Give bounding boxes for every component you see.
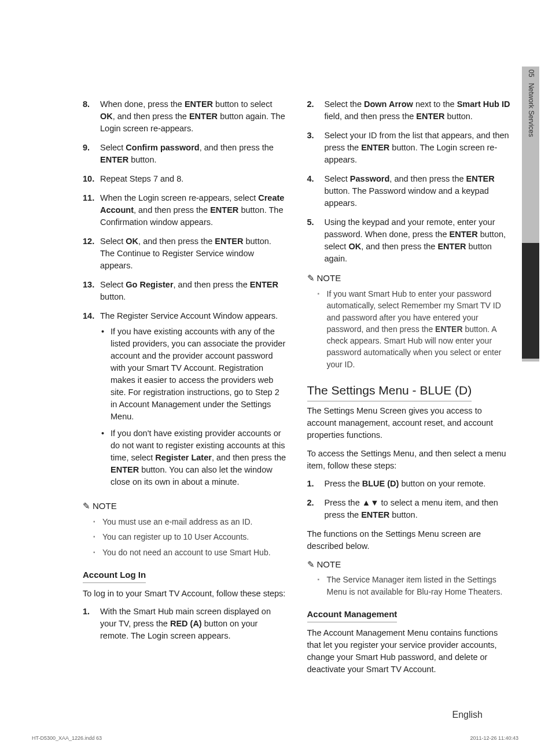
note-list-left: You must use an e-mail address as an ID.… — [83, 516, 287, 558]
step-number: 11. — [83, 192, 100, 228]
language-label: English — [452, 708, 483, 721]
note-label: NOTE — [317, 558, 341, 571]
sub-bullet-list: If you have existing accounts with any o… — [100, 326, 287, 488]
note-item: You do not need an account to use Smart … — [93, 547, 287, 558]
note-list-right-2: The Service Manager item listed in the S… — [307, 574, 511, 598]
account-login-heading: Account Log In — [83, 569, 287, 583]
note-list-right-1: If you want Smart Hub to enter your pass… — [307, 288, 511, 370]
account-login-intro: To log in to your Smart TV Account, foll… — [83, 588, 287, 600]
step-text: Select OK, and then press the ENTER butt… — [100, 235, 287, 272]
step-list-left: 8.When done, press the ENTER button to s… — [83, 98, 287, 493]
settings-menu-heading: The Settings Menu - BLUE (D) — [307, 382, 511, 401]
settings-para-3: The functions on the Settings Menu scree… — [307, 528, 511, 552]
step-list-right: 2.Select the Down Arrow next to the Smar… — [307, 98, 511, 265]
chapter-number: 05 — [527, 69, 535, 77]
step-text: When the Login screen re-appears, select… — [100, 192, 287, 228]
step-item: 5.Using the keypad and your remote, ente… — [307, 216, 511, 265]
step-number: 8. — [83, 98, 100, 135]
step-number: 1. — [83, 606, 100, 642]
account-management-heading: Account Management — [307, 608, 511, 622]
step-number: 10. — [83, 173, 100, 185]
footer-filename: HT-D5300_XAA_1226.indd 63 — [32, 735, 102, 742]
step-item: 12.Select OK, and then press the ENTER b… — [83, 235, 287, 272]
settings-para-2: To access the Settings Menu, and then se… — [307, 448, 511, 472]
step-number: 5. — [307, 216, 325, 265]
note-icon: ✎ — [307, 558, 315, 571]
step-item: 10.Repeat Steps 7 and 8. — [83, 173, 287, 185]
step-number: 1. — [307, 478, 325, 490]
note-item: If you want Smart Hub to enter your pass… — [318, 288, 511, 370]
side-tab-black — [522, 243, 539, 359]
step-number: 14. — [83, 310, 100, 493]
note-label: NOTE — [93, 500, 117, 512]
step-item: 2.Select the Down Arrow next to the Smar… — [307, 98, 511, 123]
step-text: Press the BLUE (D) button on your remote… — [325, 478, 511, 490]
step-number: 13. — [83, 279, 100, 303]
note-item: You can register up to 10 User Accounts. — [93, 531, 287, 543]
step-text: Select Go Register, and then press the E… — [100, 279, 287, 303]
login-step-list: 1.With the Smart Hub main screen display… — [83, 606, 287, 642]
chapter-title: Network Services — [527, 83, 535, 137]
step-item: 11.When the Login screen re-appears, sel… — [83, 192, 287, 228]
step-item: 8.When done, press the ENTER button to s… — [83, 98, 287, 135]
step-number: 2. — [307, 497, 325, 521]
step-text: Select Confirm password, and then press … — [100, 142, 287, 166]
step-item: 1.Press the BLUE (D) button on your remo… — [307, 478, 511, 490]
step-number: 12. — [83, 235, 100, 272]
settings-para-1: The Settings Menu Screen gives you acces… — [307, 405, 511, 441]
step-item: 13.Select Go Register, and then press th… — [83, 279, 287, 303]
step-text: Select your ID from the list that appear… — [325, 130, 511, 166]
note-icon: ✎ — [307, 272, 315, 285]
step-text: Select Password, and then press the ENTE… — [325, 173, 511, 209]
step-number: 2. — [307, 98, 325, 123]
footer-timestamp: 2011-12-26 11:40:43 — [470, 735, 518, 742]
step-item: 9.Select Confirm password, and then pres… — [83, 142, 287, 166]
step-text: Repeat Steps 7 and 8. — [100, 173, 287, 185]
content-columns: 8.When done, press the ENTER button to s… — [83, 98, 511, 681]
note-item: The Service Manager item listed in the S… — [318, 574, 511, 598]
bullet-item: If you don't have existing provider acco… — [100, 427, 287, 488]
right-column: 2.Select the Down Arrow next to the Smar… — [307, 98, 511, 681]
step-text: The Register Service Account Window appe… — [100, 310, 287, 493]
step-item: 14.The Register Service Account Window a… — [83, 310, 287, 493]
side-tab-label: 05 Network Services — [526, 69, 536, 137]
note-label: NOTE — [317, 272, 341, 285]
step-text: Select the Down Arrow next to the Smart … — [325, 98, 511, 123]
step-number: 9. — [83, 142, 100, 166]
account-management-para: The Account Management Menu contains fun… — [307, 627, 511, 676]
note-icon: ✎ — [83, 500, 90, 512]
step-text: Press the ▲▼ to select a menu item, and … — [325, 497, 511, 521]
step-item: 4.Select Password, and then press the EN… — [307, 173, 511, 209]
note-item: You must use an e-mail address as an ID. — [93, 516, 287, 528]
bullet-item: If you have existing accounts with any o… — [100, 326, 287, 423]
step-text: Using the keypad and your remote, enter … — [325, 216, 511, 265]
note-heading: ✎ NOTE — [83, 500, 287, 512]
note-heading: ✎ NOTE — [307, 558, 511, 571]
step-item: 3.Select your ID from the list that appe… — [307, 130, 511, 166]
step-number: 4. — [307, 173, 325, 209]
settings-step-list: 1.Press the BLUE (D) button on your remo… — [307, 478, 511, 521]
note-heading: ✎ NOTE — [307, 272, 511, 285]
page: 05 Network Services 8.When done, press t… — [32, 12, 521, 746]
step-text: With the Smart Hub main screen displayed… — [100, 606, 287, 642]
step-item: 1.With the Smart Hub main screen display… — [83, 606, 287, 642]
step-text: When done, press the ENTER button to sel… — [100, 98, 287, 135]
left-column: 8.When done, press the ENTER button to s… — [83, 98, 287, 681]
step-item: 2.Press the ▲▼ to select a menu item, an… — [307, 497, 511, 521]
step-number: 3. — [307, 130, 325, 166]
